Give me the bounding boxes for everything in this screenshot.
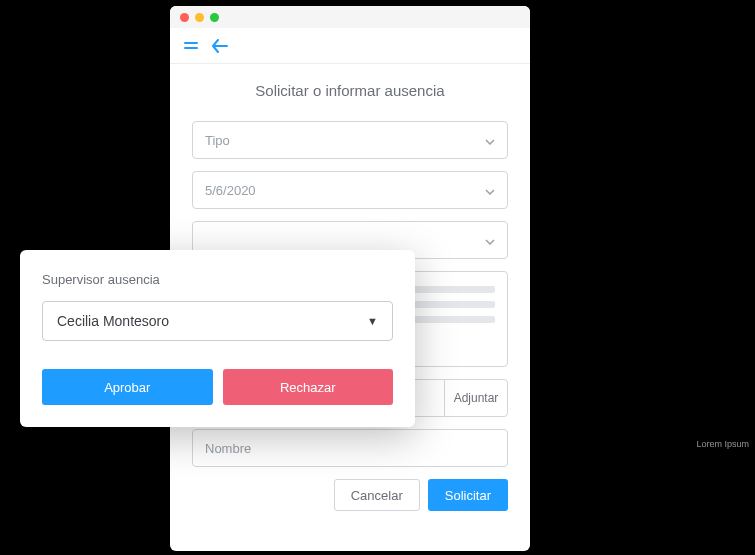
back-arrow-icon[interactable] xyxy=(212,39,228,53)
name-input[interactable]: Nombre xyxy=(192,429,508,467)
caret-down-icon: ▼ xyxy=(367,315,378,327)
chevron-down-icon xyxy=(485,233,495,248)
chevron-down-icon xyxy=(485,183,495,198)
footer-text: Lorem Ipsum xyxy=(696,439,749,449)
form-actions: Cancelar Solicitar xyxy=(192,479,508,511)
supervisor-selected: Cecilia Montesoro xyxy=(57,313,169,329)
chevron-down-icon xyxy=(485,133,495,148)
modal-label: Supervisor ausencia xyxy=(42,272,393,287)
date-select[interactable]: 5/6/2020 xyxy=(192,171,508,209)
submit-button[interactable]: Solicitar xyxy=(428,479,508,511)
supervisor-modal: Supervisor ausencia Cecilia Montesoro ▼ … xyxy=(20,250,415,427)
window-titlebar xyxy=(170,6,530,28)
close-window-dot[interactable] xyxy=(180,13,189,22)
cancel-button[interactable]: Cancelar xyxy=(334,479,420,511)
attach-button[interactable]: Adjuntar xyxy=(444,379,508,417)
type-select-label: Tipo xyxy=(205,133,230,148)
toolbar xyxy=(170,28,530,64)
maximize-window-dot[interactable] xyxy=(210,13,219,22)
supervisor-select[interactable]: Cecilia Montesoro ▼ xyxy=(42,301,393,341)
minimize-window-dot[interactable] xyxy=(195,13,204,22)
reject-button[interactable]: Rechazar xyxy=(223,369,394,405)
name-placeholder: Nombre xyxy=(205,441,251,456)
page-title: Solicitar o informar ausencia xyxy=(192,82,508,99)
approve-button[interactable]: Aprobar xyxy=(42,369,213,405)
menu-icon[interactable] xyxy=(184,42,198,49)
date-value: 5/6/2020 xyxy=(205,183,256,198)
modal-actions: Aprobar Rechazar xyxy=(42,369,393,405)
type-select[interactable]: Tipo xyxy=(192,121,508,159)
